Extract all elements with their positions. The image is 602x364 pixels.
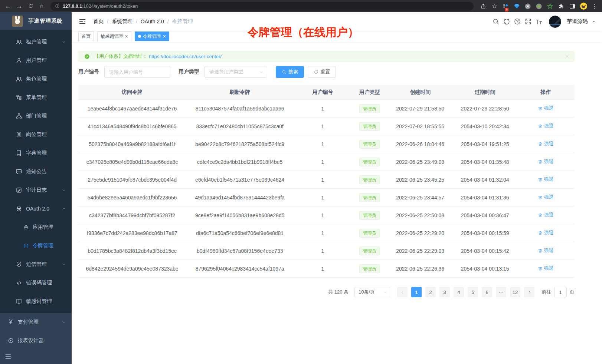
- user-icon: [16, 57, 22, 64]
- user-type-cell: 管理员: [352, 246, 387, 255]
- tab-token[interactable]: 令牌管理✕: [135, 32, 169, 41]
- extension-tabs-icon[interactable]: 9: [502, 3, 509, 10]
- extension-gem-icon[interactable]: [513, 3, 520, 10]
- user-id-cell: 1: [294, 141, 351, 147]
- user-id-cell: 1: [294, 106, 351, 112]
- sidebar-item-tenant[interactable]: 租户管理: [0, 33, 72, 51]
- caret-down-icon[interactable]: [592, 19, 596, 24]
- sidebar-collapse-icon[interactable]: [4, 353, 12, 360]
- profile-avatar[interactable]: [580, 3, 587, 10]
- goto-page-input[interactable]: [554, 287, 567, 297]
- sidebar-item-notice[interactable]: 通知公告: [0, 162, 72, 181]
- sidebar-item-sensitive-word[interactable]: 敏感词管理: [0, 292, 72, 311]
- doc-link[interactable]: https://doc.iocoder.cn/user-center/: [149, 54, 222, 59]
- column-header: 用户类型: [352, 89, 387, 96]
- page-number-button[interactable]: 2: [425, 287, 436, 297]
- create-time-cell: 2022-06-25 22:26:36: [387, 266, 453, 272]
- app-logo[interactable]: 芋道管理系统: [0, 12, 72, 30]
- search-button[interactable]: 搜索: [276, 66, 304, 78]
- force-logout-button[interactable]: 强退: [538, 229, 553, 236]
- forward-button[interactable]: →: [15, 2, 24, 11]
- force-logout-button[interactable]: 强退: [538, 140, 553, 147]
- breadcrumb-oauth2[interactable]: OAuth 2.0: [141, 19, 164, 24]
- dict-book-icon: [16, 150, 22, 156]
- sidebar-item-error-code[interactable]: 错误码管理: [0, 274, 72, 292]
- sidebar-item-audit-log[interactable]: 审计日志: [0, 181, 72, 199]
- share-icon[interactable]: [480, 3, 487, 10]
- sidebar-item-dept[interactable]: 部门管理: [0, 107, 72, 125]
- page-number-button[interactable]: 12: [510, 287, 520, 297]
- page-number-button[interactable]: 5: [468, 287, 478, 297]
- site-info-icon[interactable]: [55, 4, 60, 9]
- alert-close-icon[interactable]: [565, 54, 569, 59]
- sidebar-item-user[interactable]: 用户管理: [0, 51, 72, 70]
- reset-button[interactable]: 重置: [308, 66, 336, 78]
- extension-star-icon[interactable]: [546, 3, 554, 10]
- sidebar-item-dict[interactable]: 字典管理: [0, 144, 72, 162]
- github-icon[interactable]: [503, 18, 510, 25]
- page-number-button[interactable]: ···: [496, 287, 506, 297]
- force-logout-button[interactable]: 强退: [538, 176, 553, 183]
- tab-home[interactable]: 首页: [78, 32, 94, 41]
- extension-record-icon[interactable]: [535, 3, 543, 10]
- action-cell: 强退: [517, 229, 575, 236]
- user-id-input[interactable]: [104, 66, 170, 78]
- expire-time-cell: 2054-03-04 01:31:36: [453, 195, 517, 201]
- user-type-select[interactable]: 请选择用户类型: [205, 66, 267, 78]
- tab-sensitive-word[interactable]: 敏感词管理✕: [97, 32, 131, 41]
- page-number-button[interactable]: 4: [454, 287, 464, 297]
- sidebar-item-role[interactable]: 角色管理: [0, 70, 72, 88]
- table-row: 54d6be82ee5a460a9aedc1f9bf223656 49d1aa4…: [78, 189, 575, 206]
- sidebar-item-oauth2-app[interactable]: 应用管理: [0, 218, 72, 236]
- sidebar-item-oauth2-token[interactable]: 令牌管理: [0, 236, 72, 255]
- back-button[interactable]: ←: [4, 2, 13, 11]
- trash-icon: [538, 248, 543, 253]
- font-size-icon[interactable]: [535, 18, 543, 25]
- expire-time-cell: 2022-07-29 22:28:50: [453, 106, 517, 112]
- address-bar[interactable]: 127.0.0.1:1024/system/oauth2/token: [50, 2, 474, 11]
- page-number-button[interactable]: 3: [439, 287, 450, 297]
- breadcrumb-system[interactable]: 系统管理: [112, 18, 132, 25]
- column-header: 创建时间: [387, 89, 453, 96]
- sidebar-item-sms[interactable]: 短信管理: [0, 255, 72, 274]
- force-logout-button[interactable]: 强退: [538, 123, 553, 129]
- force-logout-button[interactable]: 强退: [538, 212, 553, 218]
- hamburger-icon[interactable]: [78, 17, 86, 26]
- extensions-puzzle-icon[interactable]: [557, 3, 565, 10]
- expire-time-cell: 2054-03-04 01:32:04: [453, 177, 517, 183]
- user-type-cell: 管理员: [352, 264, 387, 273]
- chevron-down-icon: [61, 39, 66, 44]
- action-cell: 强退: [517, 265, 575, 272]
- help-icon[interactable]: [514, 18, 521, 25]
- close-icon[interactable]: ✕: [163, 32, 166, 41]
- prev-page-button[interactable]: [397, 287, 408, 297]
- page-number-button[interactable]: 6: [482, 287, 492, 297]
- sidebar-item-report-designer[interactable]: 报表设计器: [0, 331, 72, 350]
- page-number-button[interactable]: 1: [411, 287, 422, 297]
- search-icon[interactable]: [492, 18, 500, 25]
- fullscreen-icon[interactable]: [524, 18, 532, 25]
- sidebar-item-menu[interactable]: 菜单管理: [0, 88, 72, 107]
- extension-command-icon[interactable]: [524, 3, 531, 10]
- force-logout-button[interactable]: 强退: [538, 194, 553, 201]
- force-logout-button[interactable]: 强退: [538, 158, 553, 165]
- next-page-button[interactable]: [524, 287, 534, 297]
- close-icon[interactable]: ✕: [125, 32, 128, 41]
- home-button[interactable]: ⌂: [37, 2, 46, 11]
- reading-mode-icon[interactable]: [569, 3, 576, 10]
- page-size-select[interactable]: 10条/页: [354, 287, 390, 297]
- force-logout-button[interactable]: 强退: [538, 265, 553, 272]
- force-logout-button[interactable]: 强退: [538, 105, 553, 112]
- sidebar-item-oauth2[interactable]: OAuth 2.0: [0, 199, 72, 218]
- user-avatar[interactable]: [549, 16, 561, 28]
- bookmark-star-icon[interactable]: ☆: [491, 3, 498, 10]
- browser-menu-icon[interactable]: ⋮: [591, 3, 598, 10]
- reload-button[interactable]: [26, 2, 35, 11]
- sidebar-item-payment[interactable]: ¥支付管理: [0, 313, 72, 331]
- shield-check-icon: [16, 261, 22, 268]
- user-type-tag: 管理员: [359, 264, 380, 273]
- trash-icon: [538, 177, 543, 182]
- breadcrumb-home[interactable]: 首页: [93, 18, 104, 25]
- force-logout-button[interactable]: 强退: [538, 247, 553, 254]
- sidebar-item-post[interactable]: 岗位管理: [0, 125, 72, 144]
